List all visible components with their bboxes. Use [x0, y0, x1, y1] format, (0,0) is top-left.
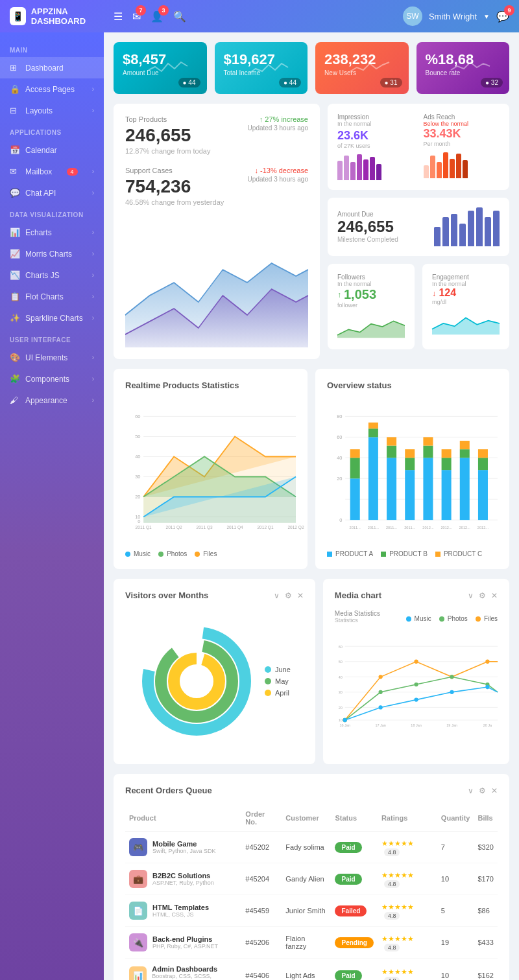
sidebar-item-charts-js[interactable]: 📉 Charts JS › [0, 264, 104, 286]
sidebar-item-sparkline-charts[interactable]: ✨ Sparkline Charts › [0, 307, 104, 329]
sidebar-item-morris-charts[interactable]: 📈 Morris Charts › [0, 243, 104, 264]
search-icon[interactable]: 🔍 [173, 10, 186, 23]
sidebar-item-mailbox[interactable]: ✉ Mailbox 4 › [0, 161, 104, 182]
svg-text:2012...: 2012... [477, 526, 489, 530]
products-card: Top Products 246,655 12.87% change from … [114, 104, 320, 359]
media-chart-svg: 60 50 40 30 20 10 [335, 629, 498, 745]
avatar: SW [403, 6, 422, 26]
ads-reach-value: 33.43K [424, 127, 500, 141]
notifications-icon[interactable]: 💬 9 [496, 10, 509, 23]
settings-icon[interactable]: ⚙ [479, 591, 486, 600]
product-name: Mobile Game [152, 840, 216, 848]
rating-value: 4.8 [384, 912, 400, 920]
sidebar-item-label: Mailbox [25, 167, 52, 176]
menu-icon[interactable]: ☰ [114, 10, 123, 23]
sidebar-item-dashboard[interactable]: ⊞ Dashboard [0, 57, 104, 78]
sidebar-item-label: Morris Charts [25, 250, 72, 259]
legend-label: Photos [448, 615, 468, 622]
close-icon[interactable]: ✕ [491, 786, 498, 795]
sidebar-item-access-pages[interactable]: 🔒 Access Pages › [0, 78, 104, 100]
may-label: May [275, 677, 289, 685]
sidebar-item-components[interactable]: 🧩 Components › [0, 368, 104, 390]
product-b-dot [381, 552, 386, 557]
settings-icon[interactable]: ⚙ [479, 786, 486, 795]
bar [485, 217, 491, 246]
svg-text:0: 0 [138, 519, 140, 524]
sidebar-item-chat-api[interactable]: 💬 Chat API › [0, 182, 104, 204]
sidebar-section-data-viz: DATA VISUALIZATION [0, 204, 104, 222]
svg-text:60: 60 [135, 414, 140, 419]
svg-text:60: 60 [337, 434, 342, 440]
amount-due-card: Amount Due 246,655 Milestone Completed [328, 198, 509, 256]
orders-title: Recent Orders Queue [125, 786, 212, 795]
media-card: Media chart ∨ ⚙ ✕ Media Statistics Stati… [323, 579, 509, 764]
legend-files: Files [195, 550, 217, 557]
sidebar-item-calendar[interactable]: 📅 Calendar [0, 139, 104, 161]
sidebar-item-label: Calendar [25, 146, 57, 155]
stat-card-bounce-rate: %18,68 Bounce rate ● 32 [416, 42, 510, 94]
card-actions: ∨ ⚙ ✕ [468, 591, 498, 600]
top-products-stat: Top Products 246,655 12.87% change from … [125, 115, 308, 155]
bar [456, 154, 461, 178]
orders-header: Recent Orders Queue ∨ ⚙ ✕ [125, 786, 498, 795]
ads-reach-block: Ads Reach Below the normal 33.43K Per mo… [424, 113, 500, 180]
sidebar-item-layouts[interactable]: ⊟ Layouts › [0, 100, 104, 121]
bar [376, 164, 381, 180]
bar [450, 159, 455, 178]
amount-due-label: Amount Due [337, 211, 424, 218]
order-no-cell: #45406 [241, 959, 282, 981]
legend-may: May [265, 677, 291, 685]
product-tech: HTML, CSS, JS [152, 911, 209, 918]
close-icon[interactable]: ✕ [297, 591, 304, 600]
table-row: 📄 HTML Templates HTML, CSS, JS #45459 Ju… [125, 895, 498, 927]
svg-rect-53 [423, 446, 433, 458]
followers-card: Followers In the normal ↑ 1,053 follower [328, 264, 415, 349]
followers-value: ↑ 1,053 [337, 287, 405, 302]
donut-chart-container: June May April [125, 610, 304, 752]
support-cases-percent: ↓ -13% decrease [248, 167, 308, 174]
svg-point-98 [378, 705, 382, 709]
product-cell: 📊 Admin Dashboards Boostrap, CSS, SCSS, … [125, 959, 241, 981]
orders-table: Product Order No. Customer Status Rating… [125, 805, 498, 980]
svg-rect-61 [478, 470, 488, 520]
orders-actions: ∨ ⚙ ✕ [468, 786, 498, 795]
overview-chart-legend: PRODUCT A PRODUCT B PRODUCT C [327, 550, 498, 557]
rating-value: 4.8 [384, 880, 400, 888]
music-dot [406, 616, 411, 622]
impression-value: 23.6K [337, 129, 414, 143]
product-icon: 📊 [129, 966, 147, 980]
svg-text:20 Ja: 20 Ja [483, 723, 492, 727]
svg-rect-57 [442, 449, 452, 458]
user-notifications-icon[interactable]: 👤 3 [151, 10, 163, 23]
legend-label: Music [415, 615, 431, 622]
svg-text:19 Jan: 19 Jan [446, 723, 457, 727]
appearance-icon: 🖌 [10, 395, 20, 405]
sidebar-item-label: Access Pages [25, 85, 75, 94]
legend-label: Files [203, 550, 217, 557]
sidebar-item-flot-charts[interactable]: 📋 Flot Charts › [0, 286, 104, 307]
sidebar-item-appearance[interactable]: 🖌 Appearance › [0, 390, 104, 411]
bar [350, 162, 356, 180]
mail-icon[interactable]: ✉ 7 [132, 10, 141, 23]
svg-text:2012...: 2012... [459, 526, 471, 530]
svg-text:20: 20 [135, 494, 140, 500]
bar [459, 224, 466, 246]
collapse-icon[interactable]: ∨ [468, 786, 474, 795]
photos-dot [439, 616, 444, 622]
ratings-cell: ★★★★★ 4.8 [378, 895, 437, 927]
bar [468, 211, 474, 246]
sidebar-item-echarts[interactable]: 📊 Echarts › [0, 222, 104, 243]
product-c-dot [435, 552, 441, 557]
legend-april: April [265, 689, 291, 697]
legend-files: Files [476, 615, 498, 622]
sidebar-item-label: Charts JS [25, 271, 60, 280]
impression-ads-card: Impression In the normal 23.6K of 27K us… [328, 104, 509, 190]
status-badge: Failed [335, 905, 367, 916]
sidebar-item-ui-elements[interactable]: 🎨 UI Elements › [0, 347, 104, 368]
collapse-icon[interactable]: ∨ [468, 591, 474, 600]
svg-rect-43 [368, 437, 378, 520]
collapse-icon[interactable]: ∨ [274, 591, 280, 600]
settings-icon[interactable]: ⚙ [285, 591, 292, 600]
close-icon[interactable]: ✕ [491, 591, 498, 600]
svg-point-88 [378, 675, 382, 679]
